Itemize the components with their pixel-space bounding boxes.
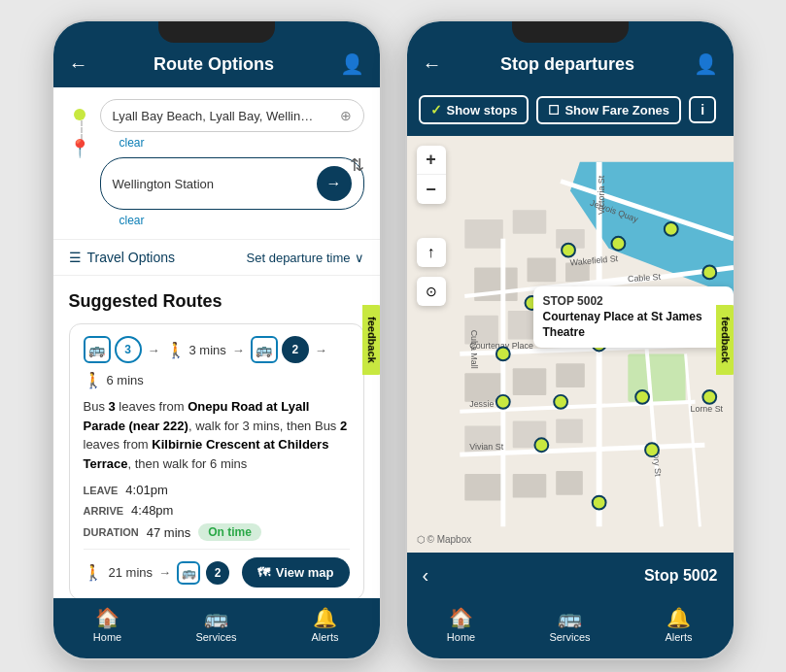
left-phone: ← Route Options 👤 📍 Lyall: [51, 19, 382, 660]
back-button-right[interactable]: ←: [423, 53, 442, 76]
svg-point-47: [496, 395, 509, 409]
nav-home[interactable]: 🏠 Home: [53, 606, 162, 643]
from-location-dot: [74, 109, 85, 120]
bus-badge-bottom: 2: [206, 561, 229, 585]
svg-rect-19: [556, 471, 583, 495]
svg-rect-12: [512, 368, 546, 395]
alerts-icon: 🔔: [313, 606, 337, 629]
svg-text:Cuba Mall: Cuba Mall: [469, 330, 479, 369]
map-container[interactable]: Victoria St Wakefield St Cable St Courte…: [407, 136, 734, 553]
suggested-routes-title: Suggested Routes: [69, 291, 364, 312]
walk-icon: 🚶: [166, 341, 186, 359]
stop-name: Courtenay Place at St James Theatre: [543, 310, 724, 340]
phone-notch: [158, 21, 275, 43]
menu-icon: ☰: [69, 250, 82, 265]
departure-time-button[interactable]: Set departure time ∨: [247, 251, 364, 265]
svg-point-43: [702, 265, 716, 279]
services-icon: 🚌: [204, 606, 228, 629]
svg-point-46: [496, 347, 509, 360]
to-location-pin: 📍: [69, 140, 90, 157]
clear-to-link[interactable]: clear: [120, 214, 364, 227]
user-icon[interactable]: 👤: [340, 52, 364, 76]
bottom-nav: 🏠 Home 🚌 Services 🔔 Alerts: [53, 598, 380, 658]
route-summary-row: 🚌 3 → 🚶 3 mins → 🚌 2 →: [84, 336, 350, 363]
to-input[interactable]: Wellington Station →: [100, 157, 364, 210]
bus-icon-2: 🚌: [251, 336, 278, 363]
zoom-out-button[interactable]: −: [417, 175, 446, 204]
on-time-badge: On time: [198, 523, 261, 541]
feedback-tab-right[interactable]: feedback: [716, 305, 735, 375]
svg-point-48: [554, 395, 567, 409]
nav-services[interactable]: 🚌 Services: [162, 606, 271, 643]
bus-badge-3: 3: [115, 336, 142, 363]
svg-rect-3: [512, 210, 546, 234]
svg-text:Vivian St: Vivian St: [469, 442, 503, 452]
route-bottom-left: 🚶 21 mins → 🚌 2: [84, 561, 230, 585]
svg-point-41: [611, 237, 625, 251]
svg-line-29: [685, 353, 700, 526]
page-title-right: Stop departures: [500, 54, 634, 75]
services-icon-right: 🚌: [558, 606, 582, 629]
svg-point-53: [592, 496, 605, 510]
travel-options-bar: ☰ Travel Options Set departure time ∨: [53, 239, 380, 276]
nav-alerts-right[interactable]: 🔔 Alerts: [625, 606, 734, 643]
leave-row: LEAVE 4:01pm: [84, 483, 350, 497]
nav-services-right[interactable]: 🚌 Services: [516, 606, 625, 643]
route-body: 📍 Lyall Bay Beach, Lyall Bay, Wellin… ⊕ …: [53, 87, 380, 598]
svg-text:Lorne St: Lorne St: [690, 404, 723, 414]
nav-home-right[interactable]: 🏠 Home: [407, 606, 516, 643]
svg-point-50: [702, 390, 716, 404]
feedback-tab[interactable]: feedback: [362, 305, 382, 375]
bus-badge-2: 2: [282, 336, 309, 363]
stop-nav-back-button[interactable]: ‹: [423, 564, 429, 587]
nav-alerts[interactable]: 🔔 Alerts: [271, 606, 380, 643]
info-button[interactable]: i: [689, 96, 716, 123]
from-input[interactable]: Lyall Bay Beach, Lyall Bay, Wellin… ⊕: [100, 99, 364, 132]
page-title: Route Options: [154, 54, 274, 75]
route-description: Bus 3 leaves from Onepu Road at Lyall Pa…: [84, 397, 350, 473]
checkbox-empty-icon: ☐: [548, 103, 560, 118]
clear-from-link[interactable]: clear: [120, 136, 364, 150]
zoom-in-button[interactable]: +: [417, 146, 446, 175]
view-map-button[interactable]: 🗺 View map: [242, 557, 350, 588]
checkmark-icon: ✓: [430, 102, 442, 118]
go-button[interactable]: →: [317, 166, 352, 201]
mapbox-logo: ⬡ © Mapbox: [417, 534, 472, 545]
gps-icon: ⊕: [340, 108, 352, 123]
svg-rect-17: [464, 474, 503, 501]
svg-text:Cable St: Cable St: [627, 272, 661, 284]
svg-point-52: [645, 443, 659, 456]
svg-rect-13: [556, 363, 585, 387]
swap-button[interactable]: ⇅: [350, 154, 364, 176]
bus-icon-bottom: 🚌: [177, 561, 200, 585]
svg-rect-16: [556, 420, 583, 444]
stop-code: STOP 5002: [543, 294, 724, 308]
duration-row: DURATION 47 mins On time: [84, 523, 350, 541]
travel-options-button[interactable]: ☰ Travel Options: [69, 250, 176, 265]
arrow-icon: →: [148, 343, 160, 357]
map-toolbar: ✓ Show stops ☐ Show Fare Zones i: [407, 87, 734, 136]
stop-label: Stop 5002: [644, 567, 718, 585]
suggested-routes: Suggested Routes 🚌 3 → 🚶 3 mins →: [53, 276, 380, 598]
svg-point-40: [562, 244, 575, 257]
home-icon: 🏠: [95, 606, 120, 629]
phone-notch-right: [512, 21, 629, 43]
svg-rect-6: [527, 258, 556, 283]
stop-bottom-bar: ‹ Stop 5002: [407, 553, 734, 598]
arrive-row: ARRIVE 4:48pm: [84, 503, 350, 518]
back-button[interactable]: ←: [69, 53, 88, 76]
user-icon-right[interactable]: 👤: [694, 52, 718, 76]
zoom-controls: + −: [417, 146, 446, 204]
arrow-icon-3: →: [315, 343, 327, 357]
show-fare-zones-button[interactable]: ☐ Show Fare Zones: [536, 96, 681, 124]
bus-icon: 🚌: [84, 336, 111, 363]
home-icon-right: 🏠: [449, 606, 473, 629]
stop-popup[interactable]: STOP 5002 Courtenay Place at St James Th…: [533, 286, 734, 348]
route-bottom-row: 🚶 21 mins → 🚌 2 🗺 View map: [84, 549, 350, 588]
compass-button[interactable]: ↑: [417, 238, 446, 267]
route-card-1[interactable]: 🚌 3 → 🚶 3 mins → 🚌 2 →: [69, 323, 364, 598]
walk-icon-bottom: 🚶: [84, 563, 103, 582]
svg-point-42: [664, 222, 677, 236]
show-stops-button[interactable]: ✓ Show stops: [419, 95, 530, 124]
gps-location-button[interactable]: ⊙: [417, 277, 446, 306]
